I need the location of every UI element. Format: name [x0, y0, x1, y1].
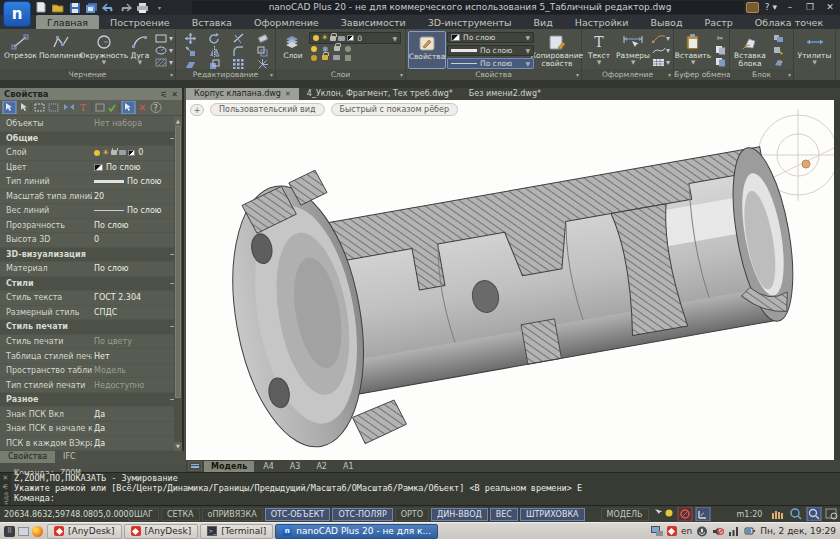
layers-button[interactable]: Слои: [278, 31, 308, 69]
property-row[interactable]: − Материал ☀ По слою: [0, 262, 182, 277]
property-value[interactable]: ☀ 0: [92, 148, 182, 157]
close-icon[interactable]: ✕: [3, 474, 9, 482]
taskbar-window-button[interactable]: >_ n [AnyDesk]: [124, 524, 199, 539]
property-value[interactable]: ☀ По слою: [92, 264, 182, 273]
properties-scrollbar[interactable]: ▲ ▼: [174, 117, 182, 451]
properties-toggle-button[interactable]: Свойства: [408, 31, 446, 69]
property-row[interactable]: − ПСК в каждом ВЭкране ☀ Да: [0, 436, 182, 451]
ribbon-tab[interactable]: Вставка: [181, 15, 243, 29]
property-value[interactable]: ☀ 0: [92, 235, 182, 244]
property-value[interactable]: ☀ СПДС: [92, 308, 182, 317]
property-value[interactable]: ☀ ГОСТ 2.304: [92, 293, 182, 302]
color-select[interactable]: По слою▼: [447, 32, 534, 43]
document-tab[interactable]: Корпус клапана.dwg ✕: [186, 88, 299, 100]
match-properties-button[interactable]: Копирование свойств: [535, 31, 579, 69]
taskbar-window-button[interactable]: >_ n [AnyDesk]: [47, 524, 122, 539]
hatch-tool-icon[interactable]: ▾: [155, 57, 173, 68]
visual-style-badge[interactable]: Быстрый с показом рёбер: [331, 103, 458, 116]
arc-button[interactable]: Дуга▼: [126, 31, 154, 69]
property-value[interactable]: ☀ Нет: [92, 352, 182, 361]
dimensions-button[interactable]: Размеры▼: [615, 31, 651, 69]
property-value[interactable]: ☀ 20: [92, 192, 182, 201]
anydesk-tray-icon[interactable]: [667, 526, 677, 536]
close-icon[interactable]: ✕: [285, 88, 291, 100]
utilities-button[interactable]: Утилиты▼: [796, 31, 833, 69]
nanocad-logo[interactable]: n: [3, 1, 31, 27]
dropdown-arrow-icon[interactable]: ▾: [270, 69, 273, 80]
layer-unlock-icon[interactable]: [322, 55, 328, 60]
property-value[interactable]: ☀ По слою: [92, 163, 182, 172]
property-value[interactable]: ☀ Нет набора: [92, 119, 182, 128]
palette-tab[interactable]: Свойства: [0, 451, 55, 463]
status-toggle[interactable]: ОТС-ПОЛЯР: [332, 508, 392, 521]
property-row[interactable]: − Стиль печати ☀ По цвету: [0, 335, 182, 350]
drawing-canvas[interactable]: + Пользовательский вид Быстрый с показом…: [186, 100, 834, 460]
offset-icon[interactable]: [250, 45, 274, 58]
help-button[interactable]: ? ▾: [765, 2, 777, 12]
ellipse-tool-icon[interactable]: ▾: [155, 45, 173, 56]
property-value[interactable]: ☀ Модель: [92, 366, 182, 375]
ribbon-tab[interactable]: Вид: [523, 15, 564, 29]
copy-icon[interactable]: [178, 45, 202, 58]
rotate-icon[interactable]: [202, 32, 226, 45]
property-value[interactable]: ☀ Недоступно: [92, 381, 182, 390]
command-line-window[interactable]: ✕ ⚟ Команда Команда: ZOOM Z,ZOOM,ПО,ПОКА…: [0, 472, 840, 505]
dropdown-arrow-icon[interactable]: ▾: [400, 69, 403, 80]
taskbar-window-button[interactable]: >_ n nanoCAD Plus 20 - не для к...: [275, 524, 438, 539]
qat-overflow-icon[interactable]: ▾: [153, 2, 166, 13]
property-row[interactable]: Стили− ☀: [0, 277, 182, 292]
palette-tab[interactable]: IFC: [55, 451, 84, 463]
taskbar-window-button[interactable]: >_ n [Terminal]: [200, 524, 273, 539]
polyline-button[interactable]: Полилиния: [40, 31, 82, 69]
new-file-icon[interactable]: [34, 2, 47, 13]
ribbon-tab[interactable]: Растр: [693, 15, 743, 29]
copy-clip-icon[interactable]: [711, 45, 729, 56]
leader-tool-icon[interactable]: ▾: [652, 33, 670, 44]
table-tool-icon[interactable]: ▾: [652, 57, 670, 68]
property-row[interactable]: − Знак ПСК в начале коорд... ☀ Да: [0, 422, 182, 437]
file-manager-icon[interactable]: [18, 527, 29, 536]
property-row[interactable]: − Масштаб типа линий ☀ 20: [0, 190, 182, 205]
rectangle-tool-icon[interactable]: ▾: [155, 33, 173, 44]
make-block-icon[interactable]: [769, 33, 787, 44]
property-value[interactable]: ☀ По цвету: [92, 337, 182, 346]
property-row[interactable]: 3D-визуализация− ☀: [0, 248, 182, 263]
property-row[interactable]: Стиль печати− ☀: [0, 320, 182, 335]
block-attributes-icon[interactable]: [769, 45, 787, 56]
property-row[interactable]: − Вес линий ☀ По слою: [0, 204, 182, 219]
save-icon[interactable]: [68, 2, 81, 13]
status-toggle[interactable]: ОРТО: [395, 508, 429, 521]
ribbon-tab[interactable]: Построение: [99, 15, 181, 29]
properties-palette-header[interactable]: Свойства ⚟ ✕: [0, 88, 182, 100]
ribbon-tab[interactable]: Облака точек: [744, 15, 834, 29]
ribbon-tab[interactable]: 3D-инструменты: [417, 15, 523, 29]
linetype-select[interactable]: По слою▼: [447, 58, 534, 69]
view-name-badge[interactable]: Пользовательский вид: [210, 103, 325, 116]
property-value[interactable]: ☀ По слою: [92, 221, 182, 230]
dropdown-arrow-icon[interactable]: ▾: [668, 69, 671, 80]
add-view-button[interactable]: +: [190, 104, 204, 116]
mirror-icon[interactable]: [202, 45, 226, 58]
property-row[interactable]: − Пространство таблицы ст... ☀ Модель: [0, 364, 182, 379]
fillet-icon[interactable]: [226, 45, 250, 58]
open-file-icon[interactable]: [51, 2, 64, 13]
property-value[interactable]: ☀ Да: [92, 410, 182, 419]
app-menu-icon[interactable]: ⠿: [4, 526, 15, 537]
property-row[interactable]: − Высота 3D ☀ 0: [0, 233, 182, 248]
paste-button[interactable]: Вставить▼: [676, 31, 710, 69]
print-icon[interactable]: [136, 2, 149, 13]
property-row[interactable]: − Знак ПСК Вкл ☀ Да: [0, 407, 182, 422]
trim-icon[interactable]: [226, 32, 250, 45]
save-all-icon[interactable]: [85, 2, 98, 13]
status-toggle[interactable]: ВЕС: [490, 508, 518, 521]
clock[interactable]: Пн, 2 дек, 19:29: [760, 526, 836, 536]
property-value[interactable]: ☀ Да: [92, 439, 182, 448]
property-row[interactable]: − Слой ☀ 0: [0, 146, 182, 161]
property-row[interactable]: − Таблица стилей печати ☀ Нет: [0, 349, 182, 364]
move-icon[interactable]: [178, 32, 202, 45]
layer-select[interactable]: ☀ 0 ▼: [309, 32, 401, 44]
layer-current-icon[interactable]: [311, 55, 317, 61]
property-row[interactable]: Общие− ☀: [0, 132, 182, 147]
interface-toggle-icon[interactable]: [746, 2, 759, 13]
circle-button[interactable]: Окружность▼: [83, 31, 125, 69]
